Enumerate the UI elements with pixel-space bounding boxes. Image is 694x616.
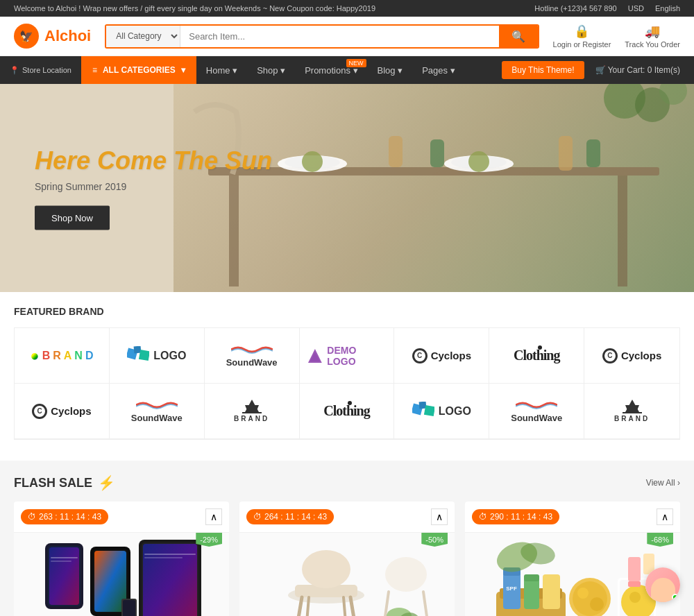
nav-promotions[interactable]: Promotions ▾ NEW <box>295 56 367 84</box>
nav-links: Home ▾ Shop ▾ Promotions ▾ NEW Blog ▾ Pa… <box>196 56 502 84</box>
brand-item[interactable]: Clothing <box>489 328 584 384</box>
new-badge: NEW <box>346 59 366 67</box>
brand-item[interactable]: SoundWave <box>205 328 300 384</box>
all-categories-btn[interactable]: ≡ ALL CATEGORIES ▾ <box>81 56 196 84</box>
svg-rect-79 <box>628 581 641 587</box>
logo[interactable]: 🦅 Alchoi <box>14 24 91 49</box>
svg-point-76 <box>629 592 641 603</box>
login-label: Login or Register <box>553 40 611 49</box>
top-bar-right: Hotline (+123)4 567 890 USD English <box>534 4 680 12</box>
soundwave-logo-3: SoundWave <box>511 400 562 423</box>
soundwave-logo-2: SoundWave <box>131 400 183 423</box>
top-bar: Welcome to Alchoi ! Wrap new offers / gi… <box>0 0 694 17</box>
soundwave-logo: SoundWave <box>226 344 278 368</box>
location-icon: 📍 <box>10 66 19 75</box>
nav-right: Buy This Theme! 🛒 Your Cart: 0 Item(s) <box>502 56 694 84</box>
brand-item[interactable]: Clothing <box>300 384 395 439</box>
brand-item[interactable]: C Cyclops <box>15 384 110 439</box>
nav-blog[interactable]: Blog ▾ <box>368 56 413 84</box>
svg-rect-44 <box>144 557 183 558</box>
flash-products-grid: ⏱ 263 : 11 : 14 : 43 ∧ -29% <box>14 502 680 616</box>
brand-item[interactable]: BRAND <box>584 384 679 439</box>
menu-icon: ≡ <box>92 65 97 75</box>
announcement-text: Welcome to Alchoi ! Wrap new offers / gi… <box>14 4 375 12</box>
clock-icon-1: ⏱ <box>28 512 36 522</box>
currency-selector[interactable]: USD <box>628 4 644 12</box>
header-actions: 🔒 Login or Register 🚚 Track You Order <box>553 24 680 49</box>
search-button[interactable]: 🔍 <box>499 26 538 47</box>
brand-item[interactable]: C Cyclops <box>584 328 679 384</box>
star-brand-logo: BRAND <box>234 400 269 422</box>
svg-rect-12 <box>586 139 600 167</box>
flash-product-image-1 <box>14 533 229 616</box>
brand-item[interactable]: LOGO <box>110 328 205 384</box>
brand-item[interactable]: SoundWave <box>110 384 205 439</box>
collapse-button-3[interactable]: ∧ <box>657 508 673 525</box>
lightning-icon: ⚡ <box>98 474 115 491</box>
blue-logo-svg-2 <box>412 402 434 421</box>
brand-item[interactable]: DEMO LOGO <box>300 328 395 384</box>
store-location-label: Store Location <box>22 66 71 74</box>
nav-shop[interactable]: Shop ▾ <box>247 56 295 84</box>
login-register[interactable]: 🔒 Login or Register <box>553 24 611 49</box>
brand-item[interactable]: C Cyclops <box>394 328 489 384</box>
chat-bubble[interactable] <box>645 567 680 602</box>
discount-badge-1: -29% <box>196 533 222 547</box>
flash-sale-section: FLASH SALE ⚡ View All ⏱ 263 : 11 : 14 : … <box>0 461 694 616</box>
logo-icon: 🦅 <box>14 24 39 49</box>
language-selector[interactable]: English <box>655 4 680 12</box>
svg-point-71 <box>577 588 589 599</box>
svg-rect-38 <box>51 557 78 558</box>
flash-sale-text: FLASH SALE <box>14 476 92 490</box>
timer-badge-3: ⏱ 290 : 11 : 14 : 43 <box>472 509 559 524</box>
flash-product-header-1: ⏱ 263 : 11 : 14 : 43 ∧ <box>14 502 229 533</box>
brand-item[interactable]: BRAND <box>205 384 300 439</box>
track-order[interactable]: 🚚 Track You Order <box>625 24 680 49</box>
svg-rect-68 <box>543 574 560 609</box>
timer-text-3: 290 : 11 : 14 : 43 <box>490 512 552 522</box>
svg-line-56 <box>423 592 428 616</box>
svg-rect-2 <box>618 176 627 286</box>
chair-svg <box>257 536 437 616</box>
hero-shop-now-button[interactable]: Shop Now <box>35 206 110 230</box>
phones-svg <box>31 536 212 616</box>
search-input[interactable] <box>180 26 498 47</box>
svg-rect-31 <box>623 412 642 413</box>
clothing-logo-2: Clothing <box>323 403 369 419</box>
collapse-button-1[interactable]: ∧ <box>205 508 222 525</box>
flash-product-header-3: ⏱ 290 : 11 : 14 : 43 ∧ <box>465 502 680 533</box>
demo-logo-svg <box>307 348 323 364</box>
svg-point-72 <box>590 597 604 611</box>
timer-text-2: 264 : 11 : 14 : 43 <box>264 512 327 522</box>
clothing-logo: Clothing <box>514 348 559 363</box>
collapse-button-2[interactable]: ∧ <box>431 508 448 525</box>
demo-logo: DEMO LOGO <box>307 345 387 367</box>
svg-rect-10 <box>430 139 444 167</box>
svg-rect-39 <box>51 561 71 562</box>
cyclops-logo-3: C Cyclops <box>32 404 91 419</box>
blue-logo: LOGO <box>127 346 186 366</box>
brands-grid: ● BRAND LOGO SoundWave <box>14 327 680 440</box>
svg-rect-67 <box>524 574 539 581</box>
brand-item[interactable]: ● BRAND <box>15 328 110 384</box>
flash-product-bath: ⏱ 290 : 11 : 14 : 43 ∧ -68% SPF <box>465 502 680 616</box>
nav-home[interactable]: Home ▾ <box>196 56 247 84</box>
brand-item[interactable]: LOGO <box>394 384 489 439</box>
flash-product-phones: ⏱ 263 : 11 : 14 : 43 ∧ -29% <box>14 502 229 616</box>
nav-pages[interactable]: Pages ▾ <box>412 56 464 84</box>
soundwave-svg-3 <box>516 400 557 411</box>
bath-svg: SPF <box>482 536 663 616</box>
logo-text: Alchoi <box>44 27 91 45</box>
hero-content: Here Come The Sun Spring Summer 2019 Sho… <box>35 146 272 230</box>
store-location[interactable]: 📍 Store Location <box>0 56 81 84</box>
view-all-link[interactable]: View All <box>646 478 680 488</box>
buy-theme-button[interactable]: Buy This Theme! <box>502 61 584 79</box>
brand-item[interactable]: SoundWave <box>489 384 584 439</box>
featured-brands-section: FEATURED BRAND ● BRAND LOGO <box>0 292 694 461</box>
lock-icon: 🔒 <box>574 24 589 39</box>
timer-badge-1: ⏱ 263 : 11 : 14 : 43 <box>21 509 108 524</box>
clock-icon-2: ⏱ <box>253 512 262 522</box>
hero-subtitle: Spring Summer 2019 <box>35 181 272 192</box>
search-category-select[interactable]: All Category <box>106 26 180 47</box>
cart-info[interactable]: 🛒 Your Cart: 0 Item(s) <box>595 65 680 75</box>
